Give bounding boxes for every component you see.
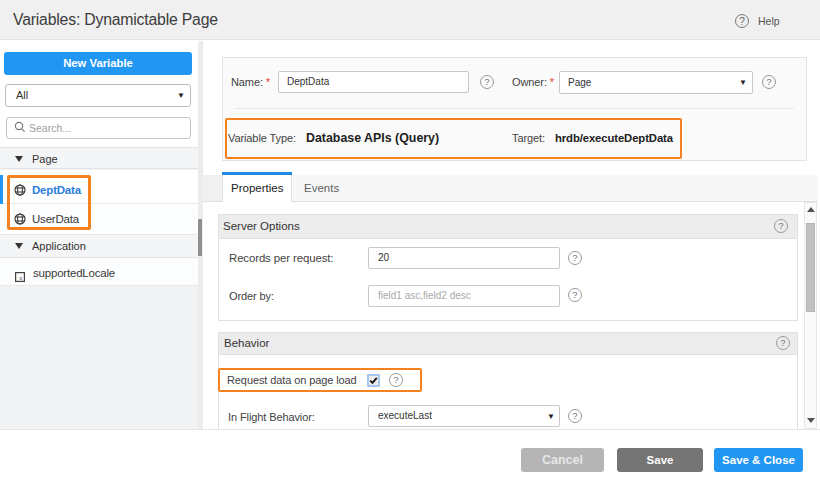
svg-text:x: x (19, 275, 22, 281)
